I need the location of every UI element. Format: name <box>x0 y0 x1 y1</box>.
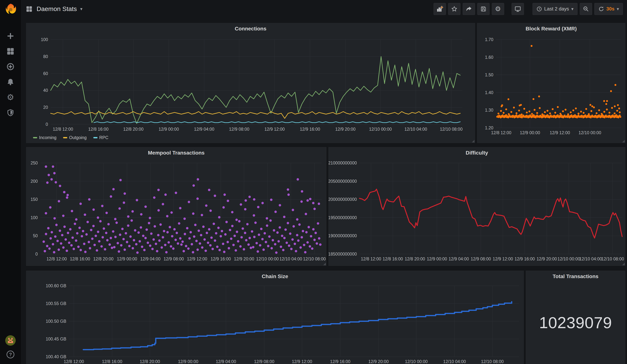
connections-legend: Incoming Outgoing RPC <box>33 135 108 140</box>
svg-text:12/9 16:00: 12/9 16:00 <box>515 257 535 261</box>
panel-title-chain-size[interactable]: Chain Size <box>26 273 523 279</box>
star-button[interactable] <box>448 3 461 15</box>
svg-text:60: 60 <box>43 71 48 76</box>
svg-text:210000000000: 210000000000 <box>329 160 357 165</box>
save-button[interactable] <box>477 3 490 15</box>
legend-swatch-incoming <box>33 137 37 138</box>
dashboard-title[interactable]: Daemon Stats <box>37 5 77 12</box>
user-avatar[interactable] <box>5 335 16 346</box>
dashboard-grid-icon[interactable] <box>25 5 33 13</box>
svg-text:12/8 20:00: 12/8 20:00 <box>140 359 160 364</box>
panel-title-mempool[interactable]: Mempool Transactions <box>26 150 326 156</box>
configuration-gear-icon[interactable]: ⚙ <box>6 93 15 102</box>
panel-chain-size: Chain Size 100.40 GB100.45 GB100.50 GB10… <box>26 271 524 364</box>
panel-total-transactions: Total Transactions 10239079 <box>526 271 625 364</box>
help-icon[interactable]: ? <box>6 350 15 360</box>
create-icon[interactable] <box>6 32 15 40</box>
svg-text:12/8 12:00: 12/8 12:00 <box>491 130 511 135</box>
clock-icon <box>536 6 542 12</box>
connections-svg: 02040608010012/8 12:0012/8 16:0012/8 20:… <box>26 23 475 143</box>
dashboard-title-caret-icon[interactable]: ▾ <box>80 6 82 12</box>
grafana-logo-icon[interactable] <box>0 0 21 18</box>
panel-resize-handle[interactable] <box>622 263 625 265</box>
svg-text:12/10 04:00: 12/10 04:00 <box>579 257 602 261</box>
svg-text:12/8 20:00: 12/8 20:00 <box>93 257 113 261</box>
svg-text:12/8 20:00: 12/8 20:00 <box>123 127 144 132</box>
time-range-picker[interactable]: Last 2 days ▾ <box>532 3 577 15</box>
svg-text:12/9 12:00: 12/9 12:00 <box>264 127 285 132</box>
svg-text:12/9 12:00: 12/9 12:00 <box>493 257 513 261</box>
legend-swatch-rpc <box>93 137 98 138</box>
svg-text:12/9 16:00: 12/9 16:00 <box>211 257 231 261</box>
panel-resize-handle[interactable] <box>323 263 326 265</box>
svg-text:12/9 04:00: 12/9 04:00 <box>140 257 160 261</box>
svg-text:12/9 12:00: 12/9 12:00 <box>550 130 570 135</box>
dashboards-icon[interactable] <box>6 47 15 56</box>
server-admin-shield-icon[interactable] <box>6 108 15 117</box>
legend-item-rpc[interactable]: RPC <box>93 135 108 140</box>
svg-text:185000000000: 185000000000 <box>329 252 357 257</box>
svg-text:150: 150 <box>31 197 38 202</box>
svg-text:12/8 12:00: 12/8 12:00 <box>47 257 67 261</box>
svg-text:12/8 12:00: 12/8 12:00 <box>64 359 84 364</box>
panel-title-total-transactions[interactable]: Total Transactions <box>526 273 625 279</box>
svg-text:12/8 20:00: 12/8 20:00 <box>405 257 425 261</box>
block-reward-chart[interactable]: 1.201.301.401.501.601.7012/8 12:0012/9 0… <box>477 23 625 143</box>
svg-text:12/9 08:00: 12/9 08:00 <box>229 127 250 132</box>
panel-block-reward: Block Reward (XMR) 1.201.301.401.501.601… <box>477 23 625 143</box>
connections-chart[interactable]: 02040608010012/8 12:0012/8 16:0012/8 20:… <box>26 23 475 143</box>
svg-text:100.60 GB: 100.60 GB <box>46 283 66 288</box>
svg-text:12/8 16:00: 12/8 16:00 <box>88 127 108 132</box>
svg-text:12/10 08:00: 12/10 08:00 <box>481 359 504 364</box>
settings-gear-button[interactable]: ⚙ <box>492 3 504 15</box>
svg-text:12/9 20:00: 12/9 20:00 <box>335 127 356 132</box>
panel-title-block-reward[interactable]: Block Reward (XMR) <box>477 26 625 32</box>
svg-text:250: 250 <box>31 160 38 165</box>
svg-text:190000000000: 190000000000 <box>329 233 357 238</box>
cycle-view-monitor-button[interactable] <box>512 3 524 15</box>
svg-text:20: 20 <box>43 105 48 110</box>
svg-text:12/10 04:00: 12/10 04:00 <box>404 127 427 132</box>
svg-text:12/8 12:00: 12/8 12:00 <box>53 127 73 132</box>
panel-connections: Connections 02040608010012/8 12:0012/8 1… <box>26 23 475 143</box>
svg-text:12/9 04:00: 12/9 04:00 <box>216 359 236 364</box>
svg-text:200000000000: 200000000000 <box>329 197 357 202</box>
panel-title-difficulty[interactable]: Difficulty <box>329 150 625 156</box>
difficulty-chart[interactable]: 1850000000001900000000001950000000002000… <box>329 147 625 266</box>
legend-item-outgoing[interactable]: Outgoing <box>63 135 86 140</box>
alerting-bell-icon[interactable] <box>6 78 15 86</box>
zoom-out-button[interactable] <box>580 3 592 15</box>
panel-title-connections[interactable]: Connections <box>26 26 475 32</box>
svg-text:1.30: 1.30 <box>485 108 493 112</box>
refresh-picker[interactable]: 30s ▾ <box>594 3 623 15</box>
svg-text:12/10 00:00: 12/10 00:00 <box>256 257 279 261</box>
chain-size-chart[interactable]: 100.40 GB100.45 GB100.50 GB100.55 GB100.… <box>26 271 523 364</box>
svg-text:12/9 00:00: 12/9 00:00 <box>158 127 179 132</box>
svg-text:1.40: 1.40 <box>485 90 493 95</box>
time-range-caret-icon: ▾ <box>571 6 574 12</box>
panel-resize-handle[interactable] <box>472 140 474 142</box>
svg-text:200: 200 <box>31 179 38 184</box>
refresh-interval-label: 30s <box>606 6 615 12</box>
svg-text:80: 80 <box>43 54 48 59</box>
svg-text:12/8 16:00: 12/8 16:00 <box>102 359 122 364</box>
refresh-caret-icon: ▾ <box>617 6 619 12</box>
legend-item-incoming[interactable]: Incoming <box>33 135 56 140</box>
svg-text:12/10 00:00: 12/10 00:00 <box>578 130 601 135</box>
svg-text:1.70: 1.70 <box>485 37 493 42</box>
svg-text:100.40 GB: 100.40 GB <box>46 354 66 359</box>
svg-text:100.45 GB: 100.45 GB <box>46 337 66 341</box>
svg-text:12/9 08:00: 12/9 08:00 <box>471 257 491 261</box>
explore-compass-icon[interactable] <box>6 62 15 71</box>
share-button[interactable] <box>463 3 475 15</box>
svg-text:12/10 08:00: 12/10 08:00 <box>440 127 463 132</box>
svg-text:12/10 00:00: 12/10 00:00 <box>558 257 580 261</box>
svg-text:205000000000: 205000000000 <box>329 179 357 184</box>
svg-text:12/10 00:00: 12/10 00:00 <box>369 127 392 132</box>
svg-text:12/9 00:00: 12/9 00:00 <box>520 130 540 135</box>
mempool-chart[interactable]: 05010015020025012/8 12:0012/8 16:0012/8 … <box>26 147 326 266</box>
panel-resize-handle[interactable] <box>622 140 625 142</box>
add-panel-button[interactable] <box>434 3 446 15</box>
svg-text:12/9 16:00: 12/9 16:00 <box>300 127 320 132</box>
svg-text:12/8 16:00: 12/8 16:00 <box>70 257 90 261</box>
